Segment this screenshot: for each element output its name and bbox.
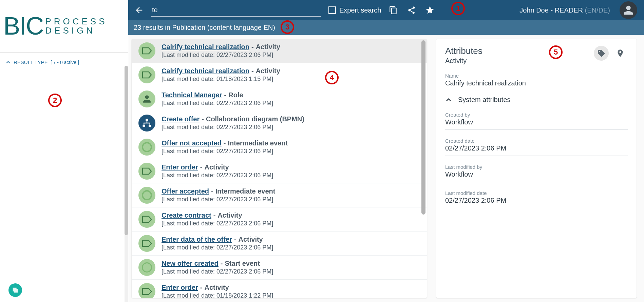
location-icon[interactable] [613,46,628,61]
attr-value: Workflow [445,118,628,130]
attributes-panel: Attributes Activity Name Calrify t [436,39,637,298]
chevron-up-icon [5,60,11,65]
help-button[interactable] [8,283,22,297]
checkbox-icon [328,6,336,14]
back-button[interactable] [133,4,145,16]
result-title[interactable]: New offer created [162,260,219,267]
result-title[interactable]: Enter data of the offer [162,236,232,243]
type-badge-icon [138,90,155,107]
attr-label: Created date [445,138,628,144]
type-badge-icon [138,211,155,228]
expert-search-label: Expert search [339,6,381,14]
sidebar: BIC PROCESS DESIGN RESULT TYPE [ 7 - 0 a… [0,0,128,302]
result-body: Calrify technical realization - Activity… [162,67,419,83]
result-body: Technical Manager - Role[Last modified d… [162,91,419,107]
type-badge-icon [138,259,155,276]
result-separator: - [202,115,204,123]
tag-icon[interactable] [594,46,609,61]
result-row[interactable]: Enter order - Activity[Last modified dat… [132,159,427,183]
expert-search-toggle[interactable]: Expert search [328,6,381,14]
result-body: Offer not accepted - Intermediate event[… [162,139,419,155]
chevron-up-icon [445,97,452,103]
result-row[interactable]: New offer created - Start event[Last mod… [132,256,427,280]
user-menu-button[interactable] [620,1,637,19]
result-type: Intermediate event [228,139,288,147]
result-type: Activity [238,236,263,243]
type-badge-icon [138,187,155,204]
result-title[interactable]: Enter order [162,163,198,171]
result-meta: [Last modified date: 02/27/2023 2:06 PM] [162,100,419,107]
topbar: Expert search John Doe - READER (EN/DE) [128,0,644,20]
result-separator: - [200,284,203,291]
result-title[interactable]: Enter order [162,284,198,291]
result-title[interactable]: Offer not accepted [162,139,222,147]
system-attributes-toggle[interactable]: System attributes [445,96,628,104]
type-badge-icon [138,235,155,252]
result-separator: - [224,139,226,147]
user-info: John Doe - READER (EN/DE) [519,6,610,14]
results-summary-text: 23 results in Publication (content langu… [134,24,275,31]
result-meta: [Last modified date: 02/27/2023 2:06 PM] [162,196,419,203]
attr-name-value: Calrify technical realization [445,79,628,87]
results-summary-bar: 23 results in Publication (content langu… [128,20,644,35]
result-meta: [Last modified date: 01/18/2023 1:15 PM] [162,76,419,83]
attr-value: 02/27/2023 2:06 PM [445,144,628,156]
favorite-button[interactable] [424,4,436,16]
result-row[interactable]: Offer accepted - Intermediate event[Last… [132,183,427,207]
attr-value: Workflow [445,170,628,182]
result-separator: - [234,236,236,243]
facet-result-type[interactable]: RESULT TYPE [ 7 - 0 active ] [5,59,122,65]
result-meta: [Last modified date: 02/27/2023 2:06 PM] [162,220,419,227]
type-badge-icon [138,115,155,132]
result-row[interactable]: Enter order - Activity[Last modified dat… [132,280,427,298]
results-scrollbar[interactable] [421,40,426,297]
main-area: Expert search John Doe - READER (EN/DE) [128,0,644,302]
result-row[interactable]: Enter data of the offer - Activity[Last … [132,231,427,256]
result-row[interactable]: Calrify technical realization - Activity… [132,39,427,63]
result-row[interactable]: Create offer - Collaboration diagram (BP… [132,111,427,135]
attr-value: 02/27/2023 2:06 PM [445,197,628,208]
share-button[interactable] [405,4,418,16]
result-body: Create contract - Activity[Last modified… [162,212,419,227]
user-lang: (EN/DE) [585,6,610,14]
result-separator: - [211,187,213,195]
result-body: Enter order - Activity[Last modified dat… [162,163,419,179]
sidebar-scrollbar[interactable] [125,66,128,302]
attr-label: Last modified date [445,190,628,196]
result-row[interactable]: Technical Manager - Role[Last modified d… [132,87,427,111]
result-title[interactable]: Technical Manager [162,91,222,99]
svg-rect-0 [146,119,148,121]
result-title[interactable]: Calrify technical realization [162,67,249,75]
result-body: Enter data of the offer - Activity[Last … [162,236,419,251]
result-separator: - [251,67,254,75]
result-title[interactable]: Calrify technical realization [162,43,249,51]
user-role: READER [555,6,583,14]
result-meta: [Last modified date: 02/27/2023 2:06 PM] [162,124,419,131]
logo-text-process-design: PROCESS DESIGN [45,17,107,36]
attr-label: Last modified by [445,164,628,170]
result-separator: - [221,260,223,267]
result-meta: [Last modified date: 01/18/2023 1:22 PM] [162,292,419,298]
results-panel: Calrify technical realization - Activity… [132,39,427,298]
result-row[interactable]: Offer not accepted - Intermediate event[… [132,135,427,159]
result-body: Calrify technical realization - Activity… [162,43,419,59]
facets-panel: RESULT TYPE [ 7 - 0 active ] [0,53,128,302]
result-separator: - [224,91,227,99]
result-type: Collaboration diagram (BPMN) [206,115,304,123]
copy-button[interactable] [387,4,399,16]
result-type: Activity [204,284,229,291]
svg-rect-2 [149,125,151,127]
result-row[interactable]: Create contract - Activity[Last modified… [132,207,427,231]
search-input[interactable] [151,4,321,17]
content-columns: Calrify technical realization - Activity… [128,35,644,302]
result-meta: [Last modified date: 02/27/2023 2:06 PM] [162,52,419,59]
result-row[interactable]: Calrify technical realization - Activity… [132,63,427,87]
result-title[interactable]: Create offer [162,115,200,123]
result-title[interactable]: Create contract [162,212,211,219]
type-badge-icon [138,283,155,298]
result-title[interactable]: Offer accepted [162,187,209,195]
result-body: Enter order - Activity[Last modified dat… [162,284,419,298]
attr-label: Created by [445,112,628,118]
type-badge-icon [138,66,155,83]
facet-count: [ 7 - 0 active ] [51,60,79,65]
